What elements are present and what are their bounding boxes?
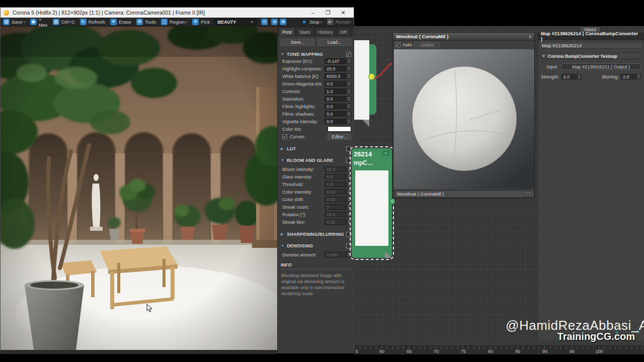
copy-clipboard-button[interactable]: ▥Ctrl+C [50, 18, 77, 27]
update-button[interactable]: Update [414, 42, 440, 47]
spinner[interactable]: ▲▼ [347, 66, 351, 71]
curves-checkbox[interactable]: ✓ [282, 134, 287, 139]
collapse-arrow-icon[interactable]: ▼ [281, 52, 284, 56]
blurring-field[interactable]: 2.0 [621, 74, 636, 79]
maximize-button[interactable]: ❐ [320, 8, 336, 18]
saturation-field[interactable]: 0.0▲▼ [325, 96, 351, 102]
filmic-highlights-field[interactable]: 0.0▲▼ [325, 104, 351, 109]
node-output-socket[interactable] [368, 73, 375, 80]
color-tint-swatch[interactable] [328, 126, 351, 132]
streak-blur-field[interactable]: 0.20▲▼ [325, 219, 351, 225]
spinner[interactable]: ▲▼ [347, 111, 351, 117]
copy-to-max-button[interactable]: ◉> Max [28, 18, 50, 27]
spinner[interactable]: ▲▼ [347, 204, 351, 210]
rotation-field[interactable]: 15.0▲▼ [325, 212, 351, 217]
section-denoising[interactable]: ▼ DENOISING [278, 242, 354, 249]
collapse-arrow-icon[interactable]: ▼ [542, 54, 545, 58]
bloom-intensity-field[interactable]: 15.0▲▼ [325, 166, 351, 172]
zoom-reset-button[interactable]: ⊙ [259, 18, 270, 27]
contrast-field[interactable]: 1.0▲▼ [325, 88, 351, 94]
close-button[interactable]: ✕ [336, 8, 351, 18]
color-intensity-field[interactable]: 0.10▲▼ [325, 189, 351, 195]
bumpconverter-rollout-header[interactable]: ▼ Corona BumpConverter Texmap [539, 53, 642, 59]
tools-button[interactable]: ⚙Tools [134, 18, 158, 27]
vignette-intensity-field[interactable]: 0.0▲▼ [325, 119, 351, 124]
tab-dr[interactable]: DR [337, 28, 351, 36]
strength-field[interactable]: 2.0 [561, 74, 577, 79]
refresh-button[interactable]: ↻Refresh [77, 18, 108, 27]
node-collapse-button[interactable]: – [382, 151, 389, 155]
collapse-arrow-icon[interactable]: ▼ [281, 158, 284, 162]
rendered-image[interactable] [1, 27, 277, 350]
spinner[interactable]: ▲▼ [347, 58, 351, 64]
spinner[interactable]: ▲▼ [577, 74, 582, 79]
spinner[interactable]: ▲▼ [347, 166, 351, 172]
region-icon: ◻ [161, 19, 168, 25]
map-name-field[interactable]: Map #2138626214 [539, 42, 642, 49]
render-element-select[interactable]: BEAUTY▼ [214, 19, 257, 25]
save-config-button[interactable]: Save... [281, 39, 314, 46]
filmic-shadows-field[interactable]: 0.0▲▼ [325, 111, 351, 117]
spinner[interactable]: ▲▼ [347, 189, 351, 195]
watermark-site: TrainingCG.com [503, 331, 635, 342]
denoising-checkbox[interactable] [346, 243, 351, 248]
region-button[interactable]: ◻Region▾ [158, 18, 190, 27]
section-lut[interactable]: ▶ LUT [278, 145, 354, 152]
streak-count-field[interactable]: 3▲▼ [325, 204, 351, 210]
timeline-ruler[interactable]: 5 60 65 70 75 80 85 90 95 100 [354, 346, 644, 354]
erase-button[interactable]: ✕Erase [108, 18, 134, 27]
woodmat-titlebar[interactable]: Woodmat ( CoronaMtl ) x [393, 33, 534, 41]
green-magenta-field[interactable]: 0.0▲▼ [325, 81, 351, 86]
collapse-arrow-icon[interactable]: ▶ [281, 232, 284, 236]
spinner[interactable]: ▲▼ [347, 96, 351, 102]
auto-checkbox[interactable]: ✓ [395, 42, 400, 47]
map-panel-titlebar[interactable]: Map #2138626214 ( CoronaBumpConverter ) [538, 32, 644, 40]
tab-post[interactable]: Post [279, 28, 295, 36]
bumpconverter-node-selected[interactable]: 26214 mpC… – [352, 148, 392, 258]
spinner[interactable]: ▲▼ [347, 182, 351, 187]
exposure-field[interactable]: -0.147▲▼ [325, 58, 351, 64]
collapse-arrow-icon[interactable]: ▼ [281, 244, 284, 247]
spinner[interactable]: ▲▼ [347, 212, 351, 217]
collapse-arrow-icon[interactable]: ▶ [281, 147, 284, 151]
denoise-amount-field[interactable]: 0.650▲▼ [325, 252, 351, 257]
zoom-in-button[interactable]: ⊕ [279, 18, 287, 27]
spinner[interactable]: ▲▼ [347, 81, 351, 86]
vfb-titlebar[interactable]: Corona 5 (Hotfix 2) | 812×902px (1:1) | … [1, 8, 354, 18]
color-shift-field[interactable]: 0.50▲▼ [325, 197, 351, 202]
minimize-button[interactable]: – [305, 8, 320, 18]
material-select-dropdown[interactable]: Woodmat ( CoronaMtl ) ▼ [394, 190, 534, 198]
spinner[interactable]: ▲▼ [636, 74, 641, 79]
white-balance-field[interactable]: 6500.0▲▼ [325, 73, 351, 79]
tab-stats[interactable]: Stats [296, 28, 314, 36]
spinner[interactable]: ▲▼ [347, 252, 351, 257]
pick-button[interactable]: ✛Pick [190, 18, 212, 27]
bloom-glare-checkbox[interactable] [346, 158, 351, 163]
spinner[interactable]: ▲▼ [347, 88, 351, 94]
highlight-compress-field[interactable]: 20.0▲▼ [325, 66, 351, 71]
spinner[interactable]: ▲▼ [347, 104, 351, 109]
tone-mapping-checkbox[interactable]: ✓ [346, 52, 351, 57]
save-button[interactable]: ▤Save▾ [1, 18, 28, 27]
render-button[interactable]: ▶Render [325, 18, 354, 27]
stop-button[interactable]: ■Stop▾ [298, 18, 325, 27]
lut-checkbox[interactable] [346, 146, 351, 151]
tab-lightmix[interactable]: LightMix [351, 28, 354, 36]
input-map-button[interactable]: Map #2138626211 ( Output ) [561, 63, 641, 70]
section-bloom-glare[interactable]: ▼ BLOOM AND GLARE [278, 157, 354, 163]
glare-intensity-field[interactable]: 5.0▲▼ [325, 174, 351, 179]
zoom-out-button[interactable]: ⊖ [270, 18, 279, 27]
close-icon[interactable]: x [529, 34, 532, 39]
section-sharpening-blurring[interactable]: ▶ SHARPENING/BLURRING [278, 231, 354, 237]
section-tone-mapping[interactable]: ▼ TONE MAPPING ✓ [278, 51, 354, 57]
tab-history[interactable]: History [314, 28, 337, 36]
threshold-field[interactable]: 1.0▲▼ [325, 182, 351, 187]
spinner[interactable]: ▲▼ [347, 197, 351, 202]
curves-editor-button[interactable]: Editor... [328, 134, 351, 140]
spinner[interactable]: ▲▼ [347, 174, 351, 179]
spinner[interactable]: ▲▼ [347, 219, 351, 225]
sharpening-checkbox[interactable] [346, 232, 351, 237]
spinner[interactable]: ▲▼ [347, 73, 351, 79]
spinner[interactable]: ▲▼ [347, 119, 351, 124]
load-config-button[interactable]: Load... [317, 39, 351, 46]
